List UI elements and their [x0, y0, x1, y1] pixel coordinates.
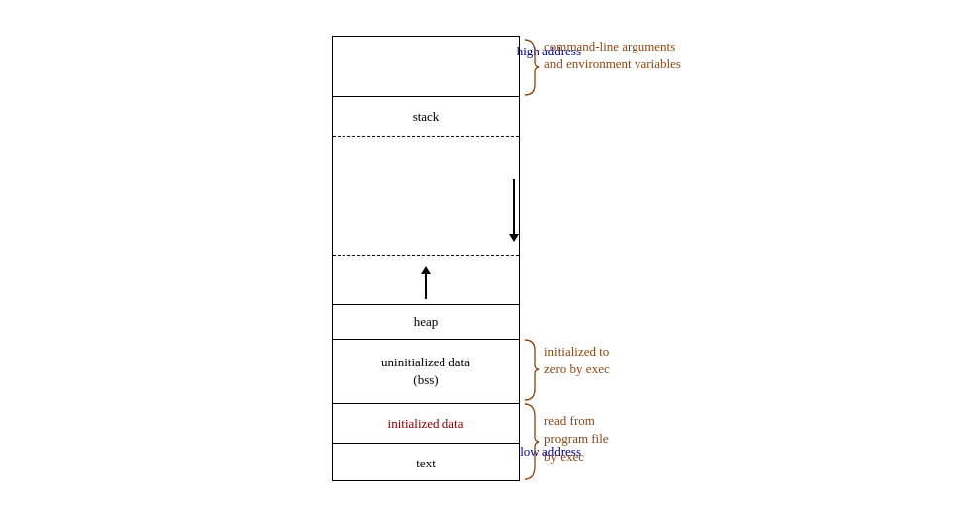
- segment-heap: heap: [333, 304, 519, 339]
- segment-heap-space: [333, 255, 519, 304]
- stack-arrow-line: [513, 179, 515, 234]
- segment-text: text: [333, 443, 519, 482]
- segment-bss: uninitialized data(bss): [333, 339, 519, 403]
- initialized-data-label: initialized data: [388, 416, 464, 432]
- segment-stack: stack: [333, 96, 519, 136]
- heap-arrow-line: [425, 274, 427, 299]
- bss-label: uninitialized data(bss): [381, 354, 470, 389]
- stack-arrow-head: [509, 234, 519, 242]
- segment-cmdline: [333, 37, 519, 96]
- segment-stack-space: [333, 136, 519, 255]
- cmdline-annotation: command-line arguments and environment v…: [544, 38, 681, 73]
- heap-arrow-head: [421, 266, 431, 274]
- memory-diagram: stack heap uninitialized data(bss): [193, 16, 787, 501]
- text-label: text: [416, 456, 436, 471]
- bss-annotation: initialized to zero by exec: [544, 343, 610, 378]
- init-annotation: read from program file by exec: [544, 412, 609, 466]
- segment-initialized-data: initialized data: [333, 403, 519, 443]
- heap-label: heap: [414, 314, 439, 330]
- stack-label: stack: [413, 109, 440, 125]
- memory-box: stack heap uninitialized data(bss): [332, 36, 520, 481]
